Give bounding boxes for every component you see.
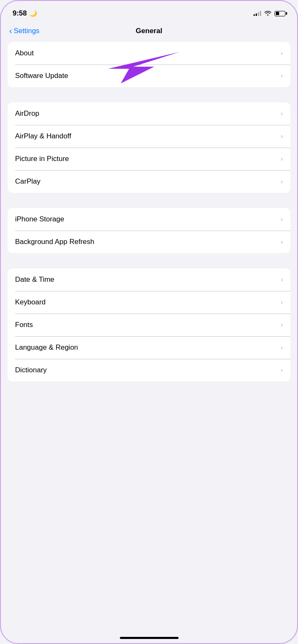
picture-in-picture-chevron-icon: › xyxy=(281,155,283,163)
language-region-chevron-icon: › xyxy=(281,344,283,351)
keyboard-chevron-icon: › xyxy=(281,299,283,306)
language-region-label: Language & Region xyxy=(15,343,78,352)
dictionary-label: Dictionary xyxy=(15,366,47,374)
nav-header: ‹ Settings General xyxy=(1,23,297,42)
status-bar: 9:58 🌙 xyxy=(1,1,297,23)
keyboard-label: Keyboard xyxy=(15,298,46,306)
airdrop-label: AirDrop xyxy=(15,109,39,118)
airplay-handoff-chevron-icon: › xyxy=(281,132,283,140)
date-time-label: Date & Time xyxy=(15,275,54,284)
carplay-row[interactable]: CarPlay › xyxy=(8,170,290,193)
back-label: Settings xyxy=(14,27,39,35)
iphone-storage-chevron-icon: › xyxy=(281,216,283,223)
settings-group-2: AirDrop › AirPlay & Handoff › Picture in… xyxy=(8,102,290,193)
software-update-chevron-icon: › xyxy=(281,72,283,80)
battery-icon xyxy=(275,11,285,16)
moon-icon: 🌙 xyxy=(29,10,37,17)
background-app-refresh-chevron-icon: › xyxy=(281,238,283,246)
keyboard-row[interactable]: Keyboard › xyxy=(8,291,290,314)
settings-group-1: About › Software Update › xyxy=(8,42,290,87)
time-display: 9:58 xyxy=(13,9,27,18)
background-app-refresh-row[interactable]: Background App Refresh › xyxy=(8,231,290,253)
fonts-label: Fonts xyxy=(15,321,33,329)
iphone-storage-label: iPhone Storage xyxy=(15,215,64,223)
airdrop-row[interactable]: AirDrop › xyxy=(8,102,290,125)
airplay-handoff-label: AirPlay & Handoff xyxy=(15,132,71,140)
settings-group-3: iPhone Storage › Background App Refresh … xyxy=(8,208,290,253)
picture-in-picture-row[interactable]: Picture in Picture › xyxy=(8,148,290,170)
background-app-refresh-label: Background App Refresh xyxy=(15,238,94,246)
airdrop-chevron-icon: › xyxy=(281,110,283,117)
date-time-row[interactable]: Date & Time › xyxy=(8,268,290,291)
page-title: General xyxy=(136,27,162,35)
status-icons xyxy=(254,10,285,17)
about-chevron-icon: › xyxy=(281,49,283,57)
wifi-icon xyxy=(264,10,271,17)
status-time: 9:58 🌙 xyxy=(13,9,37,18)
back-chevron-icon: ‹ xyxy=(9,26,12,36)
settings-content: About › Software Update › AirDrop › AirP… xyxy=(1,42,297,382)
carplay-chevron-icon: › xyxy=(281,178,283,185)
about-label: About xyxy=(15,49,34,57)
fonts-chevron-icon: › xyxy=(281,321,283,329)
signal-icon xyxy=(254,11,261,16)
airplay-handoff-row[interactable]: AirPlay & Handoff › xyxy=(8,125,290,148)
date-time-chevron-icon: › xyxy=(281,276,283,283)
dictionary-row[interactable]: Dictionary › xyxy=(8,359,290,382)
about-row[interactable]: About › xyxy=(8,42,290,65)
picture-in-picture-label: Picture in Picture xyxy=(15,155,69,163)
carplay-label: CarPlay xyxy=(15,177,40,186)
fonts-row[interactable]: Fonts › xyxy=(8,314,290,336)
home-indicator xyxy=(120,637,179,639)
iphone-storage-row[interactable]: iPhone Storage › xyxy=(8,208,290,231)
software-update-label: Software Update xyxy=(15,72,68,80)
back-button[interactable]: ‹ Settings xyxy=(9,26,39,36)
language-region-row[interactable]: Language & Region › xyxy=(8,336,290,359)
dictionary-chevron-icon: › xyxy=(281,366,283,374)
settings-group-4: Date & Time › Keyboard › Fonts › Languag… xyxy=(8,268,290,382)
software-update-row[interactable]: Software Update › xyxy=(8,65,290,87)
